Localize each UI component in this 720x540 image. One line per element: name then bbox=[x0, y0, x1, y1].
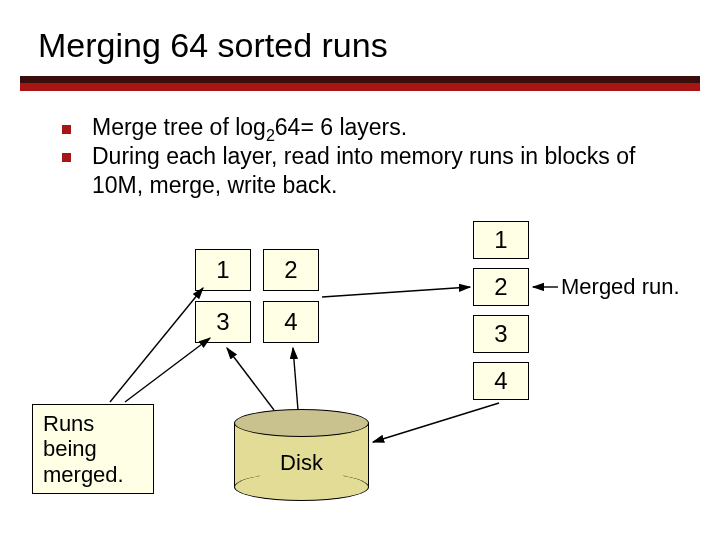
merged-cell-4: 4 bbox=[473, 362, 529, 400]
title-rule-red bbox=[20, 83, 700, 91]
svg-line-5 bbox=[293, 348, 298, 410]
merged-cell-2: 2 bbox=[473, 268, 529, 306]
bullet-icon bbox=[62, 125, 71, 134]
bullet-2-text: During each layer, read into memory runs… bbox=[92, 142, 672, 200]
disk-cylinder-bottom bbox=[234, 473, 369, 501]
merged-cell-1: 1 bbox=[473, 221, 529, 259]
run-cell-4: 4 bbox=[263, 301, 319, 343]
svg-line-3 bbox=[322, 287, 470, 297]
bullet-icon bbox=[62, 153, 71, 162]
run-cell-2: 2 bbox=[263, 249, 319, 291]
svg-line-0 bbox=[110, 288, 203, 402]
title-rule-dark bbox=[20, 76, 700, 83]
merged-run-label: Merged run. bbox=[561, 274, 680, 300]
svg-line-6 bbox=[373, 403, 499, 442]
run-cell-3: 3 bbox=[195, 301, 251, 343]
disk-label: Disk bbox=[234, 450, 369, 476]
svg-line-4 bbox=[227, 348, 274, 410]
runs-being-merged-label: Runs being merged. bbox=[32, 404, 154, 494]
merged-cell-3: 3 bbox=[473, 315, 529, 353]
slide-title: Merging 64 sorted runs bbox=[38, 26, 388, 65]
svg-line-1 bbox=[125, 338, 210, 402]
run-cell-1: 1 bbox=[195, 249, 251, 291]
disk-cylinder-top bbox=[234, 409, 369, 437]
bullet-1-text: Merge tree of log264= 6 layers. bbox=[92, 114, 407, 145]
